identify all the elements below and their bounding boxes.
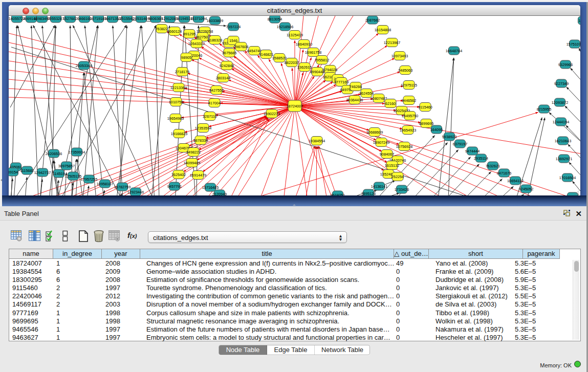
svg-text:9115460: 9115460: [418, 105, 432, 110]
svg-text:12213369: 12213369: [170, 85, 187, 90]
svg-text:17016504: 17016504: [559, 176, 576, 180]
svg-text:19166825: 19166825: [171, 132, 187, 136]
svg-text:8186328: 8186328: [208, 38, 222, 42]
svg-text:15751074: 15751074: [567, 42, 580, 47]
svg-text:763822: 763822: [156, 27, 168, 31]
svg-text:14099489: 14099489: [184, 161, 200, 165]
svg-text:3267110: 3267110: [203, 114, 217, 119]
svg-text:7632621: 7632621: [486, 164, 500, 168]
svg-text:14136141: 14136141: [371, 184, 387, 189]
svg-text:10543312: 10543312: [188, 41, 205, 46]
svg-text:16961758: 16961758: [305, 50, 321, 55]
svg-text:12093872: 12093872: [552, 100, 568, 105]
svg-text:13692971: 13692971: [556, 157, 572, 161]
svg-text:3624554: 3624554: [359, 91, 374, 96]
svg-text:18907249: 18907249: [373, 140, 389, 145]
svg-text:10756928: 10756928: [396, 144, 412, 149]
svg-text:1546: 1546: [229, 38, 237, 43]
svg-text:20053346: 20053346: [76, 63, 92, 68]
svg-text:1115682: 1115682: [20, 168, 34, 173]
svg-text:7485063: 7485063: [398, 68, 412, 73]
svg-text:16154808: 16154808: [375, 28, 391, 32]
svg-text:7625402: 7625402: [171, 172, 186, 177]
svg-text:15495750: 15495750: [402, 114, 418, 118]
svg-text:6794028: 6794028: [323, 68, 337, 72]
svg-text:9806369: 9806369: [148, 16, 163, 21]
svg-text:16914479: 16914479: [190, 173, 206, 178]
svg-text:9619251: 9619251: [331, 193, 345, 196]
svg-text:9457791: 9457791: [167, 184, 182, 189]
svg-text:10958107: 10958107: [97, 182, 113, 186]
svg-text:3498222: 3498222: [186, 150, 201, 155]
svg-text:11173: 11173: [578, 18, 580, 23]
svg-text:12505135: 12505135: [65, 174, 81, 179]
svg-text:1362615: 1362615: [297, 65, 312, 70]
svg-text:746266: 746266: [350, 84, 362, 89]
svg-text:3675685: 3675685: [222, 51, 236, 55]
svg-text:20364436: 20364436: [346, 98, 363, 102]
svg-text:9146821: 9146821: [259, 52, 273, 57]
svg-text:12444194: 12444194: [553, 120, 569, 124]
svg-text:30975857: 30975857: [58, 164, 75, 168]
svg-text:8427552: 8427552: [209, 88, 224, 93]
svg-text:17957255: 17957255: [81, 177, 97, 182]
svg-text:6379197: 6379197: [453, 142, 467, 146]
svg-text:12923446: 12923446: [127, 190, 144, 194]
svg-text:12353594: 12353594: [195, 126, 211, 130]
svg-text:9242848: 9242848: [220, 63, 234, 68]
svg-text:8822037: 8822037: [285, 60, 299, 65]
svg-text:2967608: 2967608: [234, 45, 248, 49]
svg-text:19654985: 19654985: [167, 116, 184, 121]
svg-text:8813054: 8813054: [268, 17, 282, 21]
svg-text:9084067: 9084067: [380, 152, 394, 157]
svg-text:2087682: 2087682: [365, 18, 380, 23]
svg-text:17359934: 17359934: [69, 150, 85, 155]
svg-text:2120949: 2120949: [212, 192, 227, 196]
svg-text:20531469: 20531469: [133, 16, 149, 21]
svg-text:9474444: 9474444: [465, 149, 480, 154]
svg-text:2935114: 2935114: [474, 156, 488, 161]
svg-text:5938923: 5938923: [442, 135, 456, 139]
svg-text:16648784: 16648784: [446, 49, 462, 53]
svg-text:16782759: 16782759: [114, 185, 130, 189]
svg-text:10807487: 10807487: [371, 96, 387, 101]
svg-text:16210643: 16210643: [555, 139, 571, 143]
svg-text:18724007: 18724007: [287, 104, 303, 108]
svg-text:12975115: 12975115: [401, 83, 417, 87]
svg-text:11325419: 11325419: [287, 33, 303, 37]
svg-text:6899695: 6899695: [419, 121, 433, 126]
svg-text:9329966: 9329966: [558, 62, 573, 67]
svg-text:891295: 891295: [183, 32, 195, 36]
svg-text:9227349: 9227349: [554, 81, 569, 86]
svg-text:19218506: 19218506: [277, 25, 293, 29]
svg-text:7895126: 7895126: [361, 191, 376, 196]
svg-text:1527602: 1527602: [63, 16, 77, 21]
svg-text:1615132: 1615132: [385, 163, 399, 168]
svg-text:7515540: 7515540: [120, 16, 134, 21]
svg-text:12942737: 12942737: [34, 170, 51, 175]
svg-text:5878334: 5878334: [193, 138, 208, 143]
svg-text:62160: 62160: [385, 101, 396, 106]
svg-text:20206536: 20206536: [46, 151, 62, 156]
svg-text:18640910: 18640910: [296, 42, 312, 47]
svg-text:10654112: 10654112: [507, 179, 524, 183]
svg-text:15371094: 15371094: [190, 16, 207, 21]
svg-text:19654923: 19654923: [400, 128, 416, 133]
svg-text:8471676: 8471676: [497, 171, 511, 176]
svg-text:9245052: 9245052: [519, 187, 533, 191]
svg-text:8215955: 8215955: [537, 107, 551, 112]
svg-text:7357224: 7357224: [226, 25, 241, 29]
svg-text:98905: 98905: [181, 55, 191, 60]
svg-text:9446562: 9446562: [402, 98, 416, 103]
svg-text:10688609: 10688609: [366, 130, 383, 135]
svg-text:15902273: 15902273: [264, 112, 280, 116]
svg-text:1010755: 1010755: [169, 100, 183, 104]
svg-text:10553287: 10553287: [48, 16, 64, 21]
svg-text:10973493: 10973493: [391, 54, 408, 58]
svg-text:16671355: 16671355: [104, 16, 121, 21]
svg-text:2803144: 2803144: [216, 76, 230, 80]
svg-text:114519: 114519: [53, 171, 65, 176]
svg-text:417004: 417004: [208, 101, 221, 105]
svg-text:1588520: 1588520: [272, 56, 287, 60]
svg-text:7955812: 7955812: [315, 58, 329, 62]
